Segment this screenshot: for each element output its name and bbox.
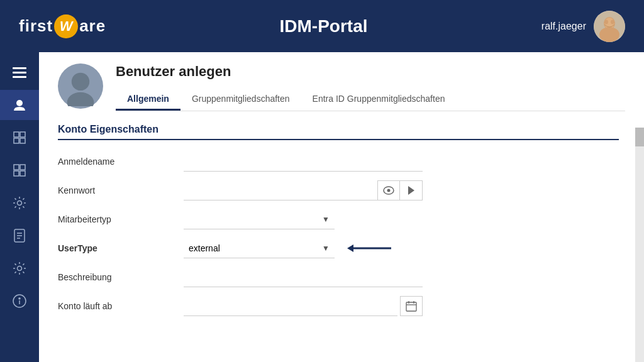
tab-entra[interactable]: Entra ID Gruppenmitgliedschaften [301, 89, 457, 111]
logo-are: are [79, 16, 106, 36]
logo-first: first [19, 16, 53, 36]
mitarbeitertyp-label: Mitarbeitertyp [58, 214, 184, 224]
anmeldename-row: Anmeldename [58, 151, 619, 172]
beschreibung-input[interactable] [184, 267, 423, 287]
page-header: Benutzer anlegen Allgemein Gruppenmitgli… [39, 52, 644, 111]
svg-marker-31 [408, 186, 414, 195]
svg-rect-16 [14, 171, 19, 176]
tab-allgemein[interactable]: Allgemein [116, 89, 180, 111]
svg-rect-34 [406, 302, 416, 311]
page-header-right: Benutzer anlegen Allgemein Gruppenmitgli… [116, 63, 625, 111]
scrollbar-thumb[interactable] [635, 128, 644, 146]
mitarbeitertyp-control: ▼ [184, 209, 423, 229]
tabs: Allgemein Gruppenmitgliedschaften Entra … [116, 89, 625, 111]
sidebar-item-grid1[interactable] [0, 123, 39, 153]
page-title: Benutzer anlegen [116, 63, 625, 80]
svg-point-26 [19, 298, 20, 299]
kennwort-control [184, 180, 423, 200]
svg-rect-12 [14, 138, 19, 143]
sidebar-item-settings1[interactable] [0, 188, 39, 218]
arrow-indicator [347, 242, 397, 255]
svg-rect-10 [14, 132, 19, 137]
section-title: Konto Eigenschaften [58, 124, 619, 140]
user-info: ralf.jaeger [541, 11, 625, 42]
form-area: Konto Eigenschaften Anmeldename Kennwort [39, 111, 644, 346]
anmeldename-control [184, 151, 423, 172]
svg-rect-14 [14, 165, 19, 170]
svg-rect-17 [20, 171, 25, 176]
sidebar [0, 52, 39, 362]
mitarbeitertyp-row: Mitarbeitertyp ▼ [58, 209, 619, 229]
svg-point-28 [67, 92, 94, 106]
beschreibung-control [184, 267, 423, 287]
username-label: ralf.jaeger [541, 21, 586, 32]
mitarbeitertyp-select-wrapper: ▼ [184, 209, 335, 229]
sidebar-item-menu[interactable] [0, 57, 39, 87]
usertype-select[interactable]: external internal [184, 238, 335, 258]
sidebar-item-reports[interactable] [0, 221, 39, 251]
usertype-label: UserType [58, 243, 184, 253]
anmeldename-input[interactable] [184, 151, 423, 172]
kennwort-input-group [184, 180, 423, 200]
konto-ablauf-label: Konto läuft ab [58, 301, 184, 311]
svg-rect-6 [13, 67, 26, 69]
kennwort-label: Kennwort [58, 185, 184, 195]
kennwort-input[interactable] [184, 180, 377, 200]
konto-ablauf-input[interactable] [184, 296, 397, 316]
avatar[interactable] [594, 11, 625, 42]
logo: first W are [19, 14, 106, 38]
svg-rect-8 [13, 76, 26, 78]
logo-w-icon: W [54, 14, 78, 38]
svg-point-5 [611, 19, 614, 24]
main-layout: Benutzer anlegen Allgemein Gruppenmitgli… [0, 52, 644, 362]
svg-point-9 [16, 100, 23, 106]
kennwort-action-button[interactable] [400, 180, 423, 200]
svg-rect-11 [20, 132, 25, 137]
svg-rect-15 [20, 165, 25, 170]
beschreibung-row: Beschreibung [58, 267, 619, 287]
beschreibung-label: Beschreibung [58, 272, 184, 282]
konto-ablauf-row: Konto läuft ab [58, 296, 619, 316]
sidebar-item-info[interactable] [0, 286, 39, 316]
sidebar-item-settings2[interactable] [0, 253, 39, 283]
usertype-row: UserType external internal ▼ [58, 238, 619, 258]
svg-point-4 [604, 19, 608, 24]
usertype-control: external internal ▼ [184, 238, 423, 258]
tab-gruppen[interactable]: Gruppenmitgliedschaften [180, 89, 301, 111]
svg-point-30 [387, 189, 391, 192]
sidebar-item-users[interactable] [0, 90, 39, 120]
svg-point-23 [18, 266, 22, 271]
konto-ablauf-control [184, 296, 423, 316]
user-avatar-large [58, 63, 103, 109]
anmeldename-label: Anmeldename [58, 156, 184, 167]
svg-point-27 [72, 73, 89, 90]
konto-ablauf-input-group [184, 296, 423, 316]
svg-rect-13 [20, 138, 25, 143]
main-content: Benutzer anlegen Allgemein Gruppenmitgli… [39, 52, 644, 362]
svg-marker-33 [347, 244, 353, 252]
svg-rect-7 [13, 72, 26, 74]
svg-point-3 [599, 27, 619, 42]
mitarbeitertyp-select[interactable] [184, 209, 335, 229]
kennwort-show-button[interactable] [377, 180, 400, 200]
scrollbar[interactable] [635, 128, 644, 362]
usertype-select-wrapper: external internal ▼ [184, 238, 335, 258]
sidebar-item-grid2[interactable] [0, 155, 39, 185]
app-title: IDM-Portal [280, 16, 368, 36]
kennwort-row: Kennwort [58, 180, 619, 200]
svg-point-18 [18, 201, 22, 206]
app-header: first W are IDM-Portal ralf.jaeger [0, 0, 644, 52]
konto-ablauf-calendar-button[interactable] [400, 296, 423, 316]
